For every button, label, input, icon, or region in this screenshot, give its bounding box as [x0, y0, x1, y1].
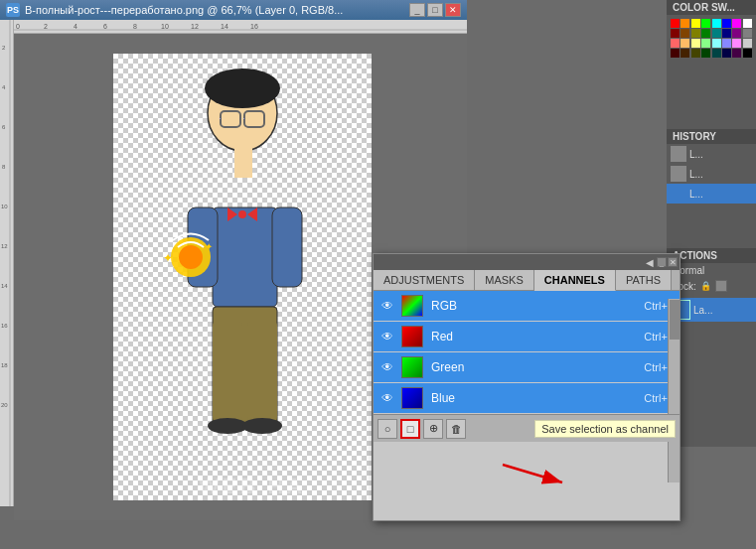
- maximize-button[interactable]: □: [427, 3, 443, 17]
- channel-name-red: Red: [431, 330, 644, 343]
- minimize-button[interactable]: _: [409, 3, 425, 17]
- svg-text:16: 16: [1, 323, 8, 329]
- history-thumb-1: [671, 146, 686, 162]
- swatch-lightyellow[interactable]: [691, 39, 700, 48]
- tab-masks[interactable]: MASKS: [475, 270, 534, 290]
- channel-row-rgb[interactable]: 👁 RGB Ctrl+2: [374, 291, 680, 321]
- channels-tabs: ADJUSTMENTS MASKS CHANNELS PATHS: [374, 270, 680, 291]
- history-panel-title: HISTORY: [667, 129, 756, 144]
- svg-rect-31: [234, 148, 252, 178]
- scrollbar-thumb[interactable]: [670, 300, 680, 340]
- channels-scrollbar[interactable]: [668, 299, 680, 482]
- swatch-vdarkblue[interactable]: [722, 49, 731, 58]
- channel-row-green[interactable]: 👁 Green Ctrl+4: [374, 352, 680, 382]
- svg-text:20: 20: [1, 402, 8, 408]
- history-item-3[interactable]: L...: [667, 184, 756, 204]
- swatch-magenta[interactable]: [732, 19, 741, 28]
- lock-checkbox[interactable]: [715, 280, 727, 292]
- eye-icon-rgb[interactable]: 👁: [379, 298, 395, 314]
- history-thumb-2: [671, 166, 686, 182]
- svg-text:18: 18: [1, 362, 8, 368]
- channel-thumb-rgb: [401, 295, 423, 317]
- swatch-navy[interactable]: [722, 29, 731, 38]
- swatch-olive[interactable]: [691, 29, 700, 38]
- svg-line-45: [503, 465, 562, 482]
- swatch-orange[interactable]: [680, 19, 689, 28]
- close-button[interactable]: ✕: [445, 3, 461, 17]
- svg-text:0: 0: [16, 23, 20, 30]
- collapse-icon[interactable]: ◀: [644, 256, 656, 268]
- panel-close-btn[interactable]: ✕: [668, 257, 678, 267]
- title-bar: PS B-полный-рост---переработано.png @ 66…: [0, 0, 467, 20]
- swatch-lightcyan[interactable]: [712, 39, 721, 48]
- svg-rect-25: [220, 118, 221, 119]
- svg-text:10: 10: [1, 204, 8, 209]
- layer-label: La...: [693, 305, 712, 316]
- swatch-blue[interactable]: [722, 19, 731, 28]
- swatch-white[interactable]: [743, 19, 752, 28]
- swatch-lightgreen[interactable]: [701, 39, 710, 48]
- swatch-lightgray[interactable]: [743, 39, 752, 48]
- color-panel-title: COLOR SW...: [667, 0, 756, 15]
- history-item-2[interactable]: L...: [667, 164, 756, 184]
- load-selection-btn[interactable]: ○: [378, 419, 397, 439]
- channel-row-red[interactable]: 👁 Red Ctrl+3: [374, 322, 680, 351]
- eye-icon-blue[interactable]: 👁: [379, 390, 395, 406]
- swatch-vdarkolive[interactable]: [691, 49, 700, 58]
- svg-rect-27: [213, 207, 277, 307]
- color-swatches: [667, 15, 756, 62]
- svg-rect-26: [243, 118, 244, 119]
- channel-thumb-green: [401, 356, 423, 378]
- lock-icon: 🔒: [700, 281, 711, 291]
- swatch-vdarkgreen[interactable]: [701, 49, 710, 58]
- eye-icon-green[interactable]: 👁: [379, 359, 395, 375]
- swatch-darkgreen[interactable]: [701, 29, 710, 38]
- channels-footer: ○ □ ⊕ 🗑 Save selection as channel: [374, 414, 680, 442]
- svg-text:2: 2: [2, 45, 6, 51]
- swatch-red[interactable]: [671, 19, 680, 28]
- swatch-black[interactable]: [743, 49, 752, 58]
- swatch-green[interactable]: [701, 19, 710, 28]
- swatch-cyan[interactable]: [712, 19, 721, 28]
- swatch-gray[interactable]: [743, 29, 752, 38]
- svg-rect-35: [213, 322, 242, 421]
- panel-minimize-btn[interactable]: _: [657, 257, 667, 267]
- swatch-vdarkred[interactable]: [671, 49, 680, 58]
- channels-panel-header[interactable]: ◀ _ ✕: [374, 254, 680, 270]
- svg-text:10: 10: [161, 23, 169, 30]
- delete-channel-btn[interactable]: 🗑: [446, 419, 466, 439]
- history-thumb-3: [671, 186, 686, 202]
- channel-row-blue[interactable]: 👁 Blue Ctrl+5: [374, 383, 680, 413]
- swatch-lightorange[interactable]: [680, 39, 689, 48]
- swatch-purple[interactable]: [732, 29, 741, 38]
- tab-adjustments[interactable]: ADJUSTMENTS: [374, 270, 475, 290]
- svg-text:16: 16: [250, 23, 258, 30]
- svg-text:14: 14: [1, 283, 8, 289]
- history-item-1[interactable]: L...: [667, 144, 756, 164]
- tab-paths[interactable]: PATHS: [616, 270, 672, 290]
- swatch-lightred[interactable]: [671, 39, 680, 48]
- swatch-yellow[interactable]: [691, 19, 700, 28]
- swatch-vdarkpurple[interactable]: [732, 49, 741, 58]
- svg-rect-36: [247, 322, 277, 421]
- eye-icon-red[interactable]: 👁: [379, 329, 395, 344]
- channels-panel: ◀ _ ✕ ADJUSTMENTS MASKS CHANNELS PATHS 👁…: [373, 253, 680, 521]
- svg-text:✦: ✦: [163, 251, 173, 265]
- swatch-brown[interactable]: [680, 29, 689, 38]
- swatch-vdarkteal[interactable]: [712, 49, 721, 58]
- color-panel: COLOR SW...: [667, 0, 756, 129]
- svg-text:6: 6: [2, 124, 6, 130]
- swatch-teal[interactable]: [712, 29, 721, 38]
- swatch-darkred[interactable]: [671, 29, 680, 38]
- save-selection-btn[interactable]: □: [400, 419, 420, 439]
- new-channel-btn[interactable]: ⊕: [423, 419, 443, 439]
- svg-point-41: [179, 245, 203, 269]
- svg-text:12: 12: [1, 243, 8, 249]
- tab-channels[interactable]: CHANNELS: [534, 270, 616, 291]
- swatch-lightblue[interactable]: [722, 39, 731, 48]
- svg-text:4: 4: [2, 84, 6, 90]
- swatch-vdarkbrown[interactable]: [680, 49, 689, 58]
- swatch-lightmagenta[interactable]: [732, 39, 741, 48]
- channel-name-rgb: RGB: [431, 299, 644, 313]
- history-item-label-3: L...: [689, 189, 703, 200]
